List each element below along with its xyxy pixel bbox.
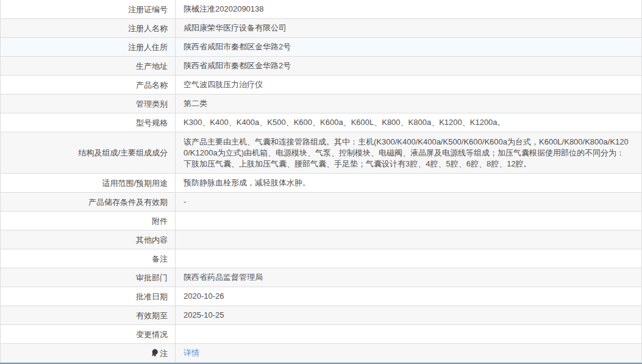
- table-row-registration-number: 注册证编号 陕械注准20202090138: [1, 0, 641, 19]
- row-label: 适用范围/预期用途: [1, 174, 176, 192]
- table-row-registrant-name: 注册人名称 咸阳康荣华医疗设备有限公司: [1, 19, 641, 38]
- row-value: 陕械注准20202090138: [184, 4, 264, 15]
- table-row-product-name: 产品名称 空气波四肢压力治疗仪: [1, 76, 641, 95]
- table-row-intended-use: 适用范围/预期用途 预防静脉血栓形成，减轻肢体水肿。: [1, 174, 641, 193]
- row-label: 注册证编号: [1, 0, 176, 18]
- row-value: 陕西省药品监督管理局: [184, 272, 263, 283]
- registration-detail-page: 注册证编号 陕械注准20202090138 注册人名称 咸阳康荣华医疗设备有限公…: [0, 0, 642, 364]
- row-value: 陕西省咸阳市秦都区金华路2号: [184, 60, 291, 71]
- row-value: K300、K400、K400a、K500、K600、K600a、K600L、K8…: [184, 117, 505, 128]
- row-label: 注册人名称: [1, 19, 176, 37]
- row-value: 第二类: [184, 98, 207, 109]
- table-row-production-address: 生产地址 陕西省咸阳市秦都区金华路2号: [1, 57, 641, 76]
- row-label: 注册人住所: [1, 38, 176, 56]
- row-label: 附件: [1, 212, 176, 230]
- row-label: 产品名称: [1, 76, 176, 94]
- table-row-note: 注 详情: [1, 344, 641, 363]
- row-label: 审批部门: [1, 268, 176, 287]
- bulb-icon: [151, 349, 159, 357]
- row-label: 其他内容: [1, 230, 176, 249]
- table-row-approval-date: 批准日期 2020-10-26: [1, 287, 641, 306]
- row-label: 型号规格: [1, 113, 176, 132]
- table-row-approval-department: 审批部门 陕西省药品监督管理局: [1, 268, 641, 287]
- registration-info-table: 注册证编号 陕械注准20202090138 注册人名称 咸阳康荣华医疗设备有限公…: [0, 0, 642, 363]
- row-value: -: [184, 196, 186, 207]
- table-row-registrant-address: 注册人住所 陕西省咸阳市秦都区金华路2号: [1, 38, 641, 57]
- row-value: 该产品主要由主机、气囊和连接管路组成。其中：主机(K300/K400/K400a…: [184, 137, 630, 170]
- row-label: 变更情况: [1, 325, 176, 343]
- table-row-change-status: 变更情况: [1, 325, 641, 344]
- row-value: 2025-10-25: [184, 310, 224, 321]
- row-label: 生产地址: [1, 57, 176, 75]
- row-value: 陕西省咸阳市秦都区金华路2号: [184, 41, 291, 52]
- row-value: 2020-10-26: [184, 291, 224, 302]
- row-label: 结构及组成/主要组成成分: [1, 132, 176, 173]
- row-value: 咸阳康荣华医疗设备有限公司: [184, 23, 287, 34]
- table-row-management-category: 管理类别 第二类: [1, 95, 641, 113]
- details-link[interactable]: 详情: [184, 348, 199, 359]
- table-row-structure-composition: 结构及组成/主要组成成分 该产品主要由主机、气囊和连接管路组成。其中：主机(K3…: [1, 132, 641, 174]
- row-label: 有效期至: [1, 306, 176, 324]
- row-label: 备注: [1, 249, 176, 268]
- row-value: 预防静脉血栓形成，减轻肢体水肿。: [184, 177, 310, 188]
- table-row-remarks: 备注: [1, 249, 641, 268]
- row-value: 空气波四肢压力治疗仪: [184, 79, 263, 90]
- table-row-storage-validity: 产品储存条件及有效期 -: [1, 193, 641, 212]
- row-label: 注: [1, 344, 176, 362]
- table-row-other-content: 其他内容: [1, 230, 641, 249]
- row-label: 管理类别: [1, 95, 176, 113]
- note-label: 注: [160, 348, 168, 359]
- table-row-attachments: 附件: [1, 212, 641, 230]
- table-row-expiry-date: 有效期至 2025-10-25: [1, 306, 641, 325]
- row-label: 批准日期: [1, 287, 176, 305]
- row-label: 产品储存条件及有效期: [1, 193, 176, 211]
- table-row-model-spec: 型号规格 K300、K400、K400a、K500、K600、K600a、K60…: [1, 113, 641, 132]
